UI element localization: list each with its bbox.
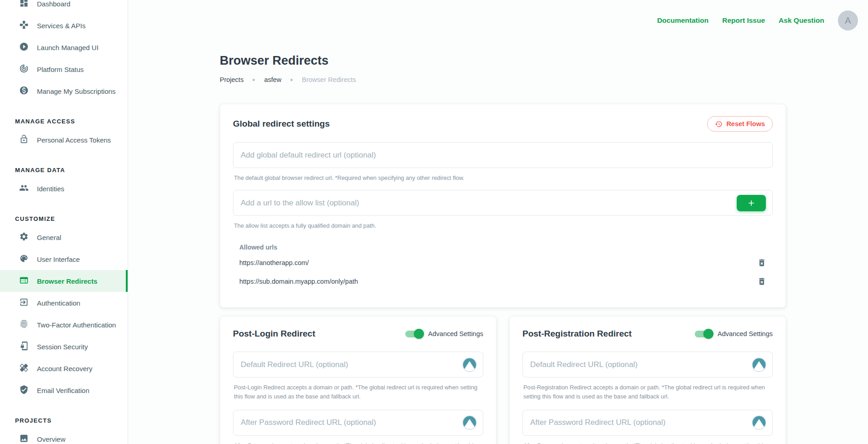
post-login-default-url-input[interactable]	[241, 360, 475, 369]
sidebar-item-session-security[interactable]: Session Security	[0, 336, 128, 357]
allowed-url-text: https://sub.domain.myapp.com/only/path	[239, 278, 358, 285]
sidebar-item-label: Launch Managed UI	[37, 44, 98, 51]
sidebar-item-manage-subscriptions[interactable]: Manage My Subscriptions	[0, 80, 128, 102]
login-icon	[19, 297, 37, 308]
main-content: Browser Redirects Projects asfew Browser…	[220, 0, 786, 444]
palette-icon	[19, 254, 37, 265]
documentation-link[interactable]: Documentation	[657, 16, 708, 25]
allowed-url-row: https://anotherapp.com/	[239, 255, 766, 270]
trash-icon	[757, 277, 766, 286]
allow-list-url-input[interactable]	[241, 199, 765, 208]
mountain-icon	[462, 357, 477, 372]
post-registration-after-password-field	[522, 410, 773, 436]
post-registration-default-url-field	[522, 352, 773, 378]
sidebar-item-general[interactable]: General	[0, 226, 128, 248]
post-login-default-url-field	[233, 352, 483, 378]
people-icon	[19, 183, 37, 194]
breadcrumb-projects[interactable]: Projects	[220, 76, 243, 83]
flow-cards-row: Post-Login Redirect Advanced Settings Po…	[220, 316, 786, 444]
reset-flows-label: Reset Flows	[726, 120, 765, 128]
post-registration-redirect-card: Post-Registration Redirect Advanced Sett…	[509, 316, 786, 444]
sidebar-item-label: Services & APIs	[37, 22, 86, 30]
mountain-icon	[752, 415, 766, 430]
post-registration-card-header: Post-Registration Redirect Advanced Sett…	[522, 328, 773, 339]
sidebar-item-overview[interactable]: Overview	[0, 428, 128, 444]
sidebar-item-launch-managed-ui[interactable]: Launch Managed UI	[0, 36, 128, 58]
add-url-button[interactable]	[737, 195, 766, 211]
sidebar-item-label: Authentication	[37, 299, 80, 307]
sidebar-item-personal-access-tokens[interactable]: Personal Access Tokens	[0, 129, 128, 151]
breadcrumb-project-name[interactable]: asfew	[264, 76, 281, 83]
global-default-url-input[interactable]	[241, 151, 765, 160]
post-login-default-url-helper: Post-Login Redirect accepts a domain or …	[234, 383, 482, 400]
platform-status-icon	[19, 64, 37, 75]
post-login-after-password-input[interactable]	[241, 418, 475, 427]
sidebar-item-account-recovery[interactable]: Account Recovery	[0, 357, 128, 379]
post-login-after-password-helper: After Password accepts a domain or path.…	[234, 441, 482, 444]
sidebar-item-label: General	[37, 234, 61, 241]
delete-url-button[interactable]	[757, 277, 766, 286]
allowed-url-row: https://sub.domain.myapp.com/only/path	[239, 274, 766, 288]
post-registration-after-password-input[interactable]	[530, 418, 765, 427]
breadcrumb: Projects asfew Browser Redirects	[220, 76, 786, 83]
post-registration-card-title: Post-Registration Redirect	[522, 328, 632, 339]
subscriptions-icon	[19, 86, 37, 97]
global-redirect-settings-card: Global redirect settings Reset Flows The…	[220, 104, 786, 308]
sidebar-item-user-interface[interactable]: User Interface	[0, 248, 128, 270]
shield-check-icon	[19, 385, 37, 396]
advanced-settings-label: Advanced Settings	[718, 330, 773, 337]
breadcrumb-separator-dot	[290, 79, 293, 81]
advanced-settings-toggle[interactable]	[695, 331, 712, 337]
post-registration-after-password-helper: After Password accepts a domain or path.…	[523, 441, 772, 444]
history-icon	[715, 120, 723, 128]
delete-url-button[interactable]	[757, 258, 766, 267]
app-viewport: Dashboard Services & APIs Launch Managed…	[0, 0, 868, 444]
mountain-icon	[752, 357, 766, 372]
plus-icon	[747, 199, 756, 208]
sidebar-item-authentication[interactable]: Authentication	[0, 292, 128, 314]
sidebar-item-label: Account Recovery	[37, 365, 93, 373]
breadcrumb-current: Browser Redirects	[302, 76, 356, 83]
sidebar-item-services-apis[interactable]: Services & APIs	[0, 15, 128, 36]
toggle-knob	[703, 329, 713, 339]
sidebar-item-browser-redirects[interactable]: Browser Redirects	[0, 270, 128, 292]
lock-open-icon	[19, 134, 37, 145]
sidebar-item-identities[interactable]: Identities	[0, 178, 128, 199]
advanced-settings-toggle[interactable]	[405, 331, 423, 337]
allow-list-url-field	[233, 190, 773, 216]
global-card-title: Global redirect settings	[233, 118, 330, 129]
sidebar-item-label: Dashboard	[37, 0, 70, 8]
gear-icon	[19, 232, 37, 243]
toggle-knob	[414, 329, 424, 339]
sidebar-item-label: Manage My Subscriptions	[37, 87, 116, 95]
reset-flows-button[interactable]: Reset Flows	[707, 116, 773, 132]
global-card-header: Global redirect settings Reset Flows	[233, 116, 773, 132]
fingerprint-icon	[19, 319, 37, 330]
sidebar-item-two-factor[interactable]: Two-Factor Authentication	[0, 314, 128, 336]
sidebar-item-label: Session Security	[37, 343, 88, 351]
browser-window-icon	[19, 276, 37, 286]
allowed-url-text: https://anotherapp.com/	[239, 259, 309, 266]
sidebar-item-platform-status[interactable]: Platform Status	[0, 58, 128, 80]
avatar[interactable]: A	[838, 10, 858, 31]
sidebar-item-label: Personal Access Tokens	[37, 136, 111, 144]
mountain-icon	[462, 415, 477, 430]
advanced-settings-toggle-wrap: Advanced Settings	[405, 330, 483, 337]
sidebar-section-manage-data: MANAGE DATA	[0, 151, 128, 178]
post-registration-default-url-input[interactable]	[530, 360, 765, 369]
sidebar-item-label: Browser Redirects	[37, 277, 98, 285]
post-registration-default-url-helper: Post-Registration Redirect accepts a dom…	[523, 383, 772, 400]
allowed-urls-label: Allowed urls	[239, 244, 766, 251]
sidebar-section-projects: PROJECTS	[0, 401, 128, 428]
post-login-after-password-field	[233, 410, 483, 436]
advanced-settings-label: Advanced Settings	[428, 330, 483, 337]
sidebar-item-label: User Interface	[37, 255, 80, 263]
sidebar-item-dashboard[interactable]: Dashboard	[0, 0, 128, 15]
ask-question-link[interactable]: Ask Question	[779, 16, 824, 25]
sidebar-item-email-verification[interactable]: Email Verification	[0, 379, 128, 401]
trash-icon	[757, 258, 766, 267]
phone-lock-icon	[19, 341, 37, 352]
advanced-settings-toggle-wrap: Advanced Settings	[695, 330, 773, 337]
report-issue-link[interactable]: Report Issue	[722, 16, 765, 25]
global-default-url-field	[233, 142, 773, 168]
